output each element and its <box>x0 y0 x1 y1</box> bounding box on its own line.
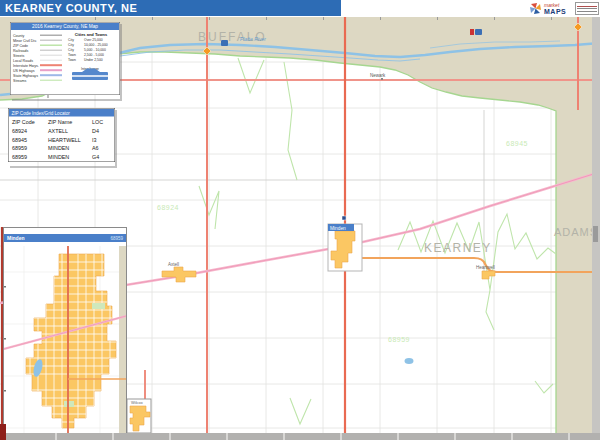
logo-info-box <box>575 2 599 15</box>
col-header-zip: ZIP Code <box>12 119 35 125</box>
zip-label-68945: 68945 <box>506 140 528 147</box>
bottom-margin-strip <box>0 433 600 440</box>
minden-label: Minden <box>330 226 346 231</box>
wilcox-label: Wilcox <box>131 400 143 405</box>
svg-text:Town: Town <box>68 53 76 57</box>
county-label-kearney: KEARNEY <box>424 241 492 255</box>
pinwheel-logo-icon <box>529 2 542 15</box>
svg-text:Under 2,500: Under 2,500 <box>84 58 103 62</box>
svg-text:G4: G4 <box>92 154 99 160</box>
zip-label-68959: 68959 <box>388 336 410 343</box>
lake <box>405 358 414 364</box>
svg-text:Streams: Streams <box>13 79 27 83</box>
page-title: KEARNEY COUNTY, NE <box>5 2 137 14</box>
logo-word-maps: MAPS <box>544 8 566 15</box>
col-header-name: ZIP Name <box>48 119 72 125</box>
svg-text:Streets: Streets <box>13 54 25 58</box>
zip-label-68924: 68924 <box>157 204 179 211</box>
svg-text:Minor Civil Div.: Minor Civil Div. <box>13 39 37 43</box>
svg-text:D4: D4 <box>92 128 99 134</box>
svg-text:Local Roads: Local Roads <box>13 59 33 63</box>
svg-text:Railroads: Railroads <box>13 49 28 53</box>
col-header-loc: LOC <box>92 119 103 125</box>
svg-text:AXTELL: AXTELL <box>48 128 68 134</box>
svg-text:Over 25,000: Over 25,000 <box>84 38 103 42</box>
legend-cities-header: Cities and Towns <box>75 32 108 37</box>
right-margin-mark <box>593 226 598 242</box>
zip-index-panel: ZIP Code Index/Grid Locator ZIP Code ZIP… <box>8 108 115 166</box>
zip-table-title: ZIP Code Index/Grid Locator <box>12 111 71 116</box>
map-application-window: Minden Axtell Heartwell Wilcox Newark <box>0 0 600 440</box>
svg-text:MINDEN: MINDEN <box>48 145 69 151</box>
svg-text:Town: Town <box>68 58 76 62</box>
city-inset-map[interactable]: Minden 68959 <box>3 227 127 433</box>
interstate-shield-icon <box>475 29 482 35</box>
svg-text:68924: 68924 <box>12 128 27 134</box>
svg-text:State Highways: State Highways <box>13 74 38 78</box>
publisher-logo: market MAPS <box>527 0 600 17</box>
svg-text:10,000 - 25,000: 10,000 - 25,000 <box>84 43 108 47</box>
svg-text:ZIP Code: ZIP Code <box>13 44 28 48</box>
svg-text:City: City <box>68 48 74 52</box>
svg-text:MINDEN: MINDEN <box>48 154 69 160</box>
svg-text:68945: 68945 <box>12 137 27 143</box>
legend-panel: 2016 Kearney County, NE Map County Minor… <box>10 22 120 99</box>
svg-text:City: City <box>68 38 74 42</box>
inset-map-canvas[interactable] <box>4 246 126 440</box>
svg-text:I3: I3 <box>92 137 97 143</box>
svg-text:US Highways: US Highways <box>13 69 35 73</box>
svg-text:County: County <box>13 34 25 38</box>
axtell-label: Axtell <box>168 262 179 267</box>
svg-text:HEARTWELL: HEARTWELL <box>48 137 81 143</box>
legend-title: 2016 Kearney County, NE Map <box>32 24 98 29</box>
inset-title-bar: Minden 68959 <box>4 234 126 242</box>
svg-text:A6: A6 <box>92 145 99 151</box>
river-label: Platte River <box>240 36 266 42</box>
corner-marker <box>0 424 6 440</box>
inset-zip: 68959 <box>110 236 123 241</box>
inset-neighbor-area <box>119 246 126 440</box>
svg-text:68959: 68959 <box>12 154 27 160</box>
svg-text:Interstate Hwys.: Interstate Hwys. <box>13 64 39 68</box>
heartwell-label: Heartwell <box>476 265 495 270</box>
svg-text:5,000 - 10,000: 5,000 - 10,000 <box>84 48 106 52</box>
map-title-bar: KEARNEY COUNTY, NE <box>0 0 341 16</box>
right-margin-strip <box>592 17 600 440</box>
svg-text:City: City <box>68 43 74 47</box>
newark-label: Newark <box>370 73 386 78</box>
svg-text:2,500 - 5,000: 2,500 - 5,000 <box>84 53 104 57</box>
inset-title: Minden <box>7 235 25 241</box>
svg-text:68959: 68959 <box>12 145 27 151</box>
